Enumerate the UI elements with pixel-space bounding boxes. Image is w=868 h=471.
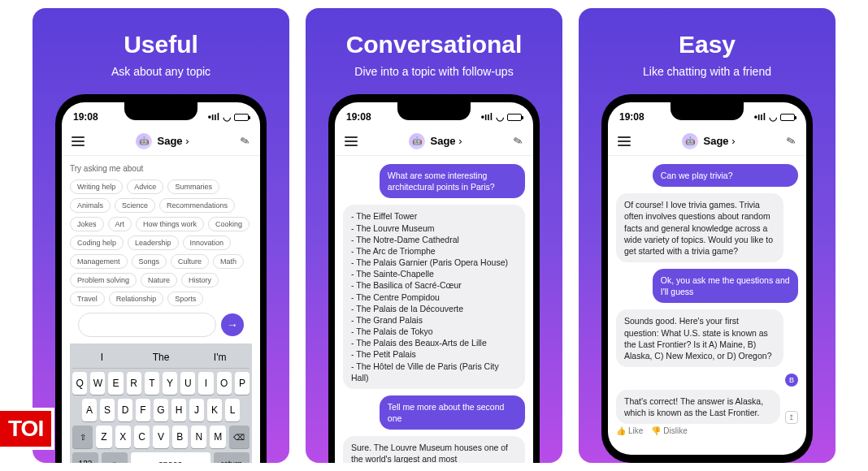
bot-message: That's correct! The answer is Alaska, wh… xyxy=(616,390,780,424)
suggestion-chip[interactable]: Advice xyxy=(127,179,163,194)
chat-content[interactable]: What are some interesting architectural … xyxy=(335,156,533,463)
chat-content: Try asking me about Writing help Advice … xyxy=(62,156,260,463)
key[interactable]: Q xyxy=(72,372,87,395)
suggestion-chip[interactable]: Songs xyxy=(132,254,167,269)
phone-notch xyxy=(671,102,744,120)
chat-content[interactable]: Can we play trivia? Of course! I love tr… xyxy=(608,156,806,455)
suggestion-chip[interactable]: Summaries xyxy=(167,179,219,194)
phone-screen: 19:08 •ııl ◡ 🤖 Sage ✎ Try a xyxy=(62,102,260,463)
phone-screen: 19:08 •ııl ◡ 🤖 Sage ✎ Can w xyxy=(608,102,806,455)
key[interactable]: T xyxy=(145,372,159,395)
suggestion-chip[interactable]: Recommendations xyxy=(159,198,235,213)
key[interactable]: Z xyxy=(96,426,111,448)
key-return[interactable]: return xyxy=(214,452,250,463)
send-button[interactable]: → xyxy=(221,313,244,336)
key[interactable]: R xyxy=(127,372,141,395)
suggestion-chip[interactable]: Relationship xyxy=(109,292,164,306)
status-indicators: •ııl ◡ xyxy=(754,111,795,123)
key-backspace[interactable]: ⌫ xyxy=(229,426,250,448)
key[interactable]: W xyxy=(90,372,105,395)
key-numbers[interactable]: 123 xyxy=(72,452,98,463)
header-bot-selector[interactable]: 🤖 Sage xyxy=(409,133,462,149)
key[interactable]: G xyxy=(154,399,168,421)
suggestion-chips: Writing help Advice Summaries Animals Sc… xyxy=(70,179,252,306)
kbd-suggestion[interactable]: I'm xyxy=(190,352,250,363)
signal-icon: •ııl xyxy=(754,111,766,123)
suggestion-chip[interactable]: Leadership xyxy=(128,236,179,250)
key[interactable]: F xyxy=(136,399,150,421)
bot-avatar-icon: 🤖 xyxy=(136,133,152,149)
suggestion-chip[interactable]: Math xyxy=(213,254,244,269)
status-indicators: •ııl ◡ xyxy=(481,111,522,123)
key[interactable]: D xyxy=(118,399,132,421)
suggestion-chip[interactable]: Management xyxy=(70,254,128,269)
app-header: 🤖 Sage ✎ xyxy=(62,127,260,156)
key-space[interactable]: space xyxy=(131,452,210,463)
clear-chat-icon[interactable]: ✎ xyxy=(512,133,525,149)
status-indicators: •ııl ◡ xyxy=(208,111,249,123)
clear-chat-icon[interactable]: ✎ xyxy=(785,133,798,149)
key[interactable]: M xyxy=(210,426,225,448)
suggestion-chip[interactable]: Problem solving xyxy=(70,273,137,287)
suggestion-chip[interactable]: Innovation xyxy=(183,236,232,250)
key[interactable]: O xyxy=(217,372,232,395)
bot-name: Sage xyxy=(430,135,462,147)
key[interactable]: E xyxy=(108,372,123,395)
key[interactable]: N xyxy=(191,426,206,448)
key[interactable]: H xyxy=(171,399,186,421)
kbd-suggestion[interactable]: I xyxy=(72,352,132,363)
key-shift[interactable]: ⇧ xyxy=(72,426,93,448)
like-button[interactable]: 👍Like xyxy=(616,426,643,435)
keyboard: I The I'm Q W E R T Y U I xyxy=(70,344,252,463)
bot-name: Sage xyxy=(703,135,735,147)
key[interactable]: J xyxy=(189,399,204,421)
header-bot-selector[interactable]: 🤖 Sage xyxy=(136,133,189,149)
bot-message: Sure. The Louvre Museum houses one of th… xyxy=(343,436,525,463)
key[interactable]: B xyxy=(172,426,188,448)
suggestion-chip[interactable]: Nature xyxy=(141,273,177,287)
suggestion-chip[interactable]: Animals xyxy=(70,198,111,213)
dislike-button[interactable]: 👎Dislike xyxy=(651,426,687,435)
suggestion-chip[interactable]: Travel xyxy=(70,292,105,306)
suggestion-chip[interactable]: Science xyxy=(115,198,155,213)
suggestion-chip[interactable]: Sports xyxy=(167,292,203,306)
clear-chat-icon[interactable]: ✎ xyxy=(239,133,252,149)
user-message: Can we play trivia? xyxy=(653,164,798,187)
key-emoji[interactable]: ☺ xyxy=(102,452,128,463)
key[interactable]: V xyxy=(153,426,168,448)
menu-icon[interactable] xyxy=(72,136,85,146)
phone-notch xyxy=(397,102,471,120)
suggestion-chip[interactable]: Cooking xyxy=(208,217,250,231)
menu-icon[interactable] xyxy=(345,136,358,146)
share-icon[interactable]: ↥ xyxy=(785,411,798,424)
key[interactable]: P xyxy=(235,372,250,395)
panel-subtitle: Dive into a topic with follow-ups xyxy=(354,65,513,78)
key[interactable]: I xyxy=(198,372,213,395)
key[interactable]: K xyxy=(207,399,222,421)
key[interactable]: A xyxy=(82,399,97,421)
suggestion-chip[interactable]: Writing help xyxy=(70,179,123,194)
key[interactable]: L xyxy=(225,399,240,421)
bot-avatar-icon: 🤖 xyxy=(409,133,425,149)
bot-message: Of course! I love trivia games. Trivia o… xyxy=(616,193,783,262)
suggestion-chip[interactable]: Art xyxy=(108,217,132,231)
suggestion-chip[interactable]: Culture xyxy=(171,254,209,269)
suggestion-chip[interactable]: How things work xyxy=(136,217,204,231)
header-bot-selector[interactable]: 🤖 Sage xyxy=(682,133,735,149)
suggestion-chip[interactable]: Coding help xyxy=(70,236,124,250)
battery-icon xyxy=(780,114,795,121)
key[interactable]: X xyxy=(115,426,131,448)
message-input[interactable] xyxy=(78,313,216,337)
key[interactable]: S xyxy=(100,399,115,421)
panel-conversational: Conversational Dive into a topic with fo… xyxy=(306,8,562,463)
app-header: 🤖 Sage ✎ xyxy=(608,127,806,156)
panel-subtitle: Like chatting with a friend xyxy=(643,65,771,78)
key[interactable]: C xyxy=(134,426,150,448)
kbd-suggestion[interactable]: The xyxy=(132,352,191,363)
status-time: 19:08 xyxy=(73,111,98,123)
suggestion-chip[interactable]: History xyxy=(181,273,219,287)
key[interactable]: U xyxy=(180,372,195,395)
key[interactable]: Y xyxy=(163,372,177,395)
menu-icon[interactable] xyxy=(618,136,631,146)
suggestion-chip[interactable]: Jokes xyxy=(70,217,104,231)
